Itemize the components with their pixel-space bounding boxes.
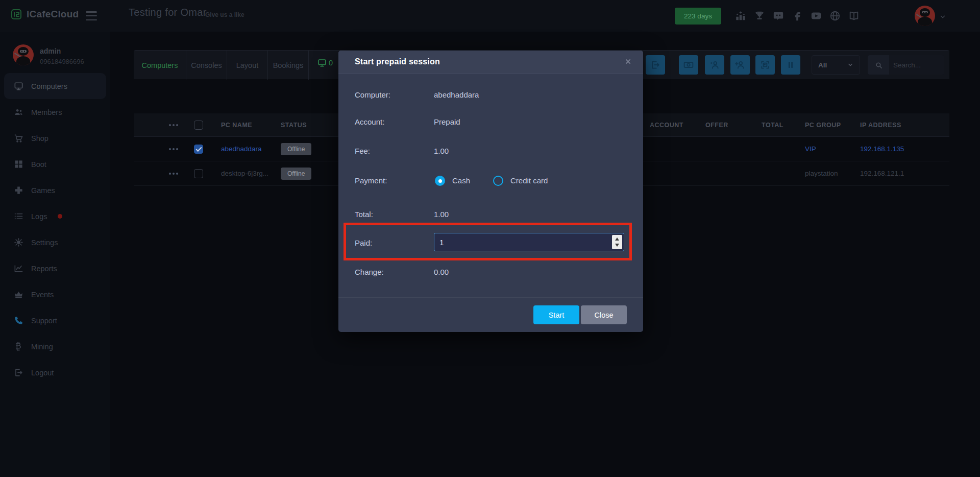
tab-consoles[interactable]: Consoles <box>186 51 227 80</box>
give-us-a-like-link[interactable]: Give us a like <box>205 11 244 18</box>
user-star-icon <box>709 60 720 70</box>
sidebar-item-members[interactable]: Members <box>4 99 106 125</box>
field-value: 0.00 <box>434 267 449 278</box>
header-offer[interactable]: OFFER <box>705 113 751 136</box>
tab-bookings[interactable]: Bookings <box>268 51 309 80</box>
tab-layout[interactable]: Layout <box>227 51 268 80</box>
sidebar-item-shop[interactable]: Shop <box>4 125 106 151</box>
radio-credit-card-label[interactable]: Credit card <box>510 175 548 186</box>
radio-credit-card[interactable] <box>493 176 503 186</box>
header-account[interactable]: ACCOUNT <box>650 113 701 136</box>
paid-amount-input[interactable] <box>434 233 624 251</box>
pc-name-link[interactable]: abedhaddara <box>221 145 262 153</box>
logo-text: iCafeCloud <box>27 9 79 20</box>
guest-login-button[interactable] <box>705 55 724 75</box>
admin-phone: 096184986696 <box>40 58 84 65</box>
export-icon <box>650 60 660 70</box>
manual-book-icon[interactable] <box>848 10 860 21</box>
cash-button[interactable] <box>679 55 698 75</box>
sidebar: admin 096184986696 Computers Membe <box>0 32 110 477</box>
field-value: Prepaid <box>434 116 460 128</box>
select-all-checkbox[interactable] <box>194 121 203 130</box>
header-total[interactable]: TOTAL <box>762 113 797 136</box>
header-status[interactable]: STATUS <box>281 113 332 136</box>
gear-icon <box>14 237 23 247</box>
sidebar-item-mining[interactable]: Mining <box>4 333 106 360</box>
close-icon[interactable] <box>624 58 632 65</box>
screenshot-button[interactable] <box>755 55 775 75</box>
facebook-icon[interactable] <box>792 10 803 21</box>
stepper-up-icon[interactable] <box>615 237 619 241</box>
add-member-button[interactable] <box>730 55 750 75</box>
row-checkbox[interactable] <box>194 169 203 178</box>
row-actions-button[interactable] <box>169 148 178 150</box>
sidebar-item-computers[interactable]: Computers <box>4 73 106 99</box>
header-pc-group[interactable]: PC GROUP <box>805 113 856 136</box>
row-checkbox[interactable] <box>194 145 203 154</box>
online-count: 0 <box>329 59 333 67</box>
stepper-down-icon[interactable] <box>615 244 619 247</box>
pause-button[interactable] <box>781 55 800 75</box>
field-change: Change: 0.00 <box>338 267 643 278</box>
sidebar-item-events[interactable]: Events <box>4 281 106 307</box>
user-avatar[interactable] <box>915 6 935 26</box>
phone-icon <box>14 316 23 325</box>
pause-icon <box>786 60 795 69</box>
tab-computers[interactable]: Computers <box>134 51 186 80</box>
sidebar-item-boot[interactable]: Boot <box>4 151 106 177</box>
radio-cash-label[interactable]: Cash <box>452 175 470 186</box>
pc-name-text[interactable]: desktop-6j3rg... <box>221 170 268 177</box>
field-payment: Payment: Cash Credit card <box>338 175 643 186</box>
tab-bar: Computers Consoles Layout Bookings <box>134 51 309 80</box>
admin-name: admin <box>40 47 61 55</box>
radio-cash[interactable] <box>435 176 445 186</box>
close-button[interactable]: Close <box>581 305 627 324</box>
sidebar-item-reports[interactable]: Reports <box>4 255 106 281</box>
sidebar-item-label: Logout <box>31 369 54 377</box>
field-computer: Computer: abedhaddara <box>338 89 643 101</box>
sidebar-item-label: Members <box>31 108 62 116</box>
pc-group-link[interactable]: VIP <box>805 145 816 153</box>
search-input[interactable] <box>889 55 944 75</box>
days-remaining-button[interactable]: 223 days <box>675 8 721 25</box>
leaderboard-icon[interactable] <box>735 10 746 21</box>
logs-alert-dot <box>58 214 62 219</box>
menu-toggle-icon[interactable] <box>86 11 97 20</box>
filter-dropdown[interactable]: All <box>812 55 860 75</box>
online-computers-indicator: 0 <box>317 58 333 67</box>
pc-group-text[interactable]: playstation <box>805 170 838 177</box>
windows-icon <box>14 159 23 169</box>
discord-icon[interactable] <box>773 10 784 21</box>
field-label: Paid: <box>355 237 372 249</box>
youtube-icon[interactable] <box>811 10 822 21</box>
number-stepper[interactable] <box>612 235 622 249</box>
chevron-down-icon[interactable] <box>939 13 946 20</box>
row-actions-button[interactable] <box>169 173 178 175</box>
header-ip-address[interactable]: IP ADDRESS <box>860 113 926 136</box>
sidebar-item-logout[interactable]: Logout <box>4 360 106 386</box>
sidebar-item-settings[interactable]: Settings <box>4 229 106 255</box>
field-value: 1.00 <box>434 146 449 157</box>
icafecloud-app: iCafeCloud Testing for Omar Give us a li… <box>0 0 980 477</box>
icafecloud-logo[interactable]: iCafeCloud <box>10 8 79 20</box>
search-icon <box>868 55 889 75</box>
sidebar-item-label: Logs <box>31 212 47 221</box>
checkout-button[interactable] <box>646 55 665 75</box>
field-fee: Fee: 1.00 <box>338 146 643 157</box>
field-value: 1.00 <box>434 209 449 220</box>
sidebar-menu: Computers Members Shop <box>4 73 106 386</box>
field-total: Total: 1.00 <box>338 209 643 220</box>
sidebar-item-label: Mining <box>31 343 53 351</box>
ip-address-text[interactable]: 192.168.121.1 <box>860 170 904 177</box>
cart-icon <box>14 133 23 143</box>
cafe-title: Testing for Omar <box>129 7 207 18</box>
header-pc-name[interactable]: PC NAME <box>221 113 280 136</box>
sidebar-item-support[interactable]: Support <box>4 307 106 333</box>
ip-address-link[interactable]: 192.168.1.135 <box>860 145 904 153</box>
sidebar-item-logs[interactable]: Logs <box>4 203 106 229</box>
trophy-icon[interactable] <box>754 10 765 21</box>
globe-icon[interactable] <box>829 10 841 21</box>
sidebar-item-games[interactable]: Games <box>4 177 106 203</box>
start-button[interactable]: Start <box>533 305 579 324</box>
modal-footer-divider <box>338 297 643 298</box>
